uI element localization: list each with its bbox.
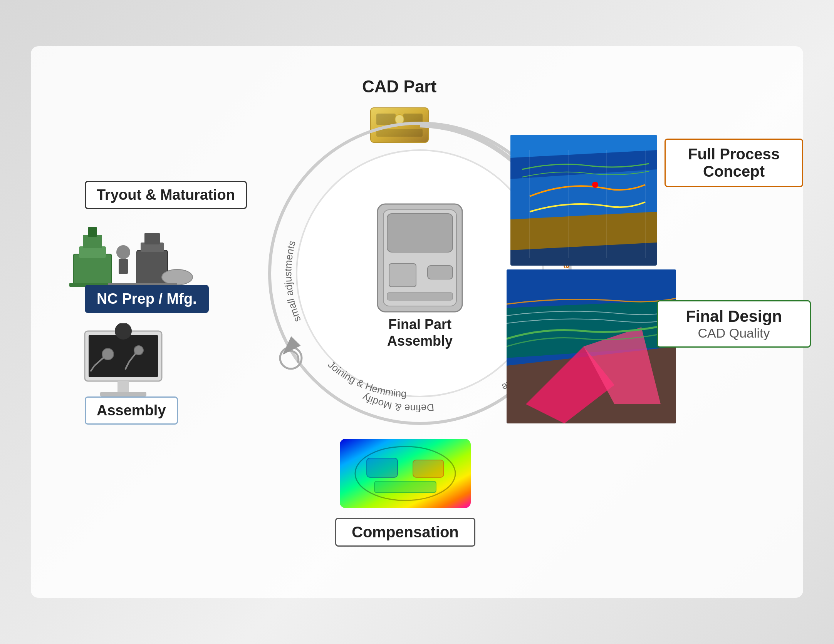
svg-rect-4	[88, 227, 97, 237]
svg-rect-51	[367, 458, 398, 477]
process-concept-svg	[510, 135, 657, 266]
final-design-image	[507, 269, 676, 423]
assembly-label: Assembly	[97, 402, 166, 418]
final-design-line2: CAD Quality	[670, 326, 798, 341]
svg-rect-44	[428, 266, 453, 279]
compensation-heatmap	[336, 435, 475, 512]
svg-rect-22	[100, 392, 146, 396]
svg-point-9	[116, 245, 130, 259]
cad-part-label: CAD Part	[362, 77, 436, 96]
nc-prep-box: NC Prep / Mfg.	[85, 285, 209, 313]
full-process-concept-box: Full Process Concept	[665, 139, 803, 187]
full-process-line1: Full Process	[677, 146, 790, 163]
compensation-box: Compensation	[335, 518, 475, 547]
svg-rect-0	[73, 254, 112, 285]
tryout-maturation-label: Tryout & Maturation	[97, 187, 235, 203]
svg-rect-53	[374, 481, 436, 493]
svg-rect-49	[340, 439, 471, 508]
full-process-line2: Concept	[677, 163, 790, 180]
tryout-maturation-box: Tryout & Maturation	[85, 181, 247, 209]
full-process-image	[510, 135, 657, 266]
tryout-icon-area	[62, 223, 208, 293]
svg-point-59	[592, 182, 598, 188]
final-design-box: Final Design CAD Quality	[657, 300, 811, 348]
assembly-box: Assembly	[85, 396, 178, 425]
tryout-icon	[62, 223, 208, 293]
compensation-label: Compensation	[352, 524, 459, 540]
svg-point-11	[162, 269, 193, 285]
final-design-line1: Final Design	[670, 307, 798, 326]
final-design-svg	[507, 269, 676, 423]
svg-text:Assembly: Assembly	[387, 333, 453, 349]
svg-rect-52	[413, 460, 444, 477]
svg-rect-7	[144, 233, 160, 244]
svg-text:Final Part: Final Part	[388, 316, 451, 332]
svg-rect-45	[389, 264, 416, 287]
svg-rect-10	[119, 259, 128, 274]
svg-rect-2	[83, 235, 102, 248]
svg-rect-43	[387, 214, 453, 252]
assembly-icon	[62, 323, 185, 408]
svg-rect-14	[89, 335, 158, 377]
svg-point-23	[115, 323, 132, 340]
svg-rect-46	[387, 293, 453, 300]
svg-rect-21	[117, 381, 129, 393]
nc-prep-label: NC Prep / Mfg.	[97, 291, 197, 307]
assembly-icon-area	[62, 323, 185, 408]
compensation-area: Compensation	[335, 435, 475, 547]
